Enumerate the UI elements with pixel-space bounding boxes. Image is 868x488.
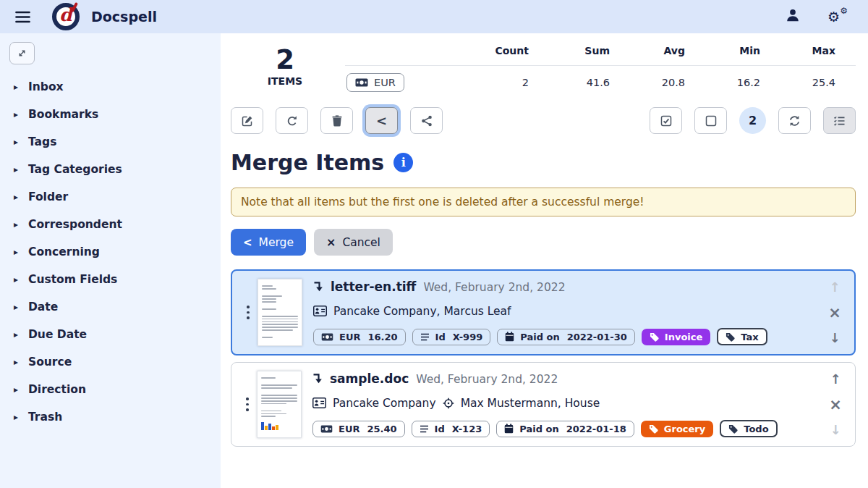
currency-badge: EUR — [346, 73, 404, 92]
sidebar-item-date[interactable]: ▸Date — [0, 293, 221, 321]
item-correspondent: Pancake Company, Marcus Leaf — [333, 305, 511, 318]
items-count-label: ITEMS — [231, 75, 339, 87]
item-date: Wed, February 2nd, 2022 — [416, 373, 558, 386]
page-title-row: Merge Items i — [231, 150, 856, 175]
reprocess-button[interactable] — [276, 107, 308, 134]
move-down-icon[interactable]: ↓ — [829, 332, 840, 345]
docspell-logo-icon: d — [52, 3, 80, 30]
close-icon: × — [326, 235, 336, 249]
list-item: letter-en.tiff Wed, February 2nd, 2022 P… — [231, 269, 856, 356]
redo-icon — [286, 115, 298, 127]
sync-icon — [788, 115, 801, 127]
calendar-icon — [505, 332, 514, 342]
caret-right-icon: ▸ — [14, 274, 28, 285]
amount-badge: EUR25.40 — [312, 421, 405, 437]
money-bill-icon — [321, 333, 333, 341]
share-button[interactable] — [410, 107, 443, 134]
stat-avg: 20.8 — [630, 66, 705, 93]
caret-right-icon: ▸ — [14, 357, 28, 367]
sidebar-item-tags[interactable]: ▸Tags — [0, 128, 221, 156]
merge-icon: < — [376, 114, 387, 127]
arrow-turn-down-icon — [312, 373, 323, 384]
settings-gears-icon[interactable]: ⚙⚙ — [827, 9, 846, 25]
caret-right-icon: ▸ — [14, 329, 28, 340]
tag-icon — [650, 332, 659, 342]
remove-item-icon[interactable]: × — [829, 397, 842, 413]
crosshairs-icon — [443, 397, 454, 409]
list-lines-icon — [420, 425, 429, 433]
drag-handle-icon[interactable] — [242, 279, 255, 346]
column-min: Min — [705, 43, 780, 66]
sidebar-item-bookmarks[interactable]: ▸Bookmarks — [0, 101, 221, 128]
drag-handle-icon[interactable] — [241, 371, 254, 438]
stat-min: 16.2 — [705, 66, 780, 93]
merge-button[interactable]: < Merge — [231, 229, 306, 256]
caret-right-icon: ▸ — [14, 137, 28, 147]
items-count-value: 2 — [231, 46, 339, 75]
sidebar-item-source[interactable]: ▸Source — [0, 348, 221, 376]
page-title: Merge Items — [231, 150, 384, 175]
pen-square-icon — [242, 115, 253, 127]
merge-mode-button[interactable]: < — [365, 107, 398, 134]
sidebar-item-custom-fields[interactable]: ▸Custom Fields — [0, 266, 221, 293]
caret-right-icon: ▸ — [14, 302, 28, 312]
id-badge: IdX-999 — [412, 329, 491, 345]
sidebar-item-due-date[interactable]: ▸Due Date — [0, 321, 221, 348]
arrow-turn-down-icon — [313, 281, 323, 293]
stat-max: 25.4 — [780, 66, 856, 93]
tag-badge-tax: Tax — [717, 328, 767, 345]
stats-table: Count Sum Avg Min Max EUR — [345, 43, 856, 92]
sidebar-item-correspondent[interactable]: ▸Correspondent — [0, 211, 221, 238]
user-icon[interactable] — [786, 8, 800, 25]
sidebar: ▸Inbox ▸Bookmarks ▸Tags ▸Tag Categories … — [0, 33, 221, 488]
remove-item-icon[interactable]: × — [828, 306, 841, 321]
column-max: Max — [780, 43, 856, 66]
main-content: 2 ITEMS Count Sum Avg Min Max — [221, 33, 868, 488]
calendar-icon — [504, 424, 514, 434]
list-view-button[interactable] — [823, 107, 856, 134]
amount-badge: EUR16.20 — [313, 329, 406, 345]
delete-button[interactable] — [320, 107, 353, 134]
tag-badge-invoice: Invoice — [642, 329, 710, 345]
checkbox-empty-icon — [705, 115, 717, 127]
invert-selection-button[interactable] — [778, 107, 811, 134]
item-concerning: Max Mustermann, House — [461, 397, 600, 410]
paid-date-badge: Paid on2022-01-18 — [496, 421, 634, 437]
sidebar-item-inbox[interactable]: ▸Inbox — [0, 73, 221, 101]
column-sum: Sum — [549, 43, 630, 66]
sidebar-item-trash[interactable]: ▸Trash — [0, 403, 221, 431]
select-all-button[interactable] — [650, 107, 682, 134]
item-filename[interactable]: sample.doc — [330, 371, 409, 386]
move-up-icon[interactable]: ↑ — [830, 373, 841, 386]
thumbnail-chart — [261, 421, 297, 430]
sidebar-item-tag-categories[interactable]: ▸Tag Categories — [0, 156, 221, 183]
edit-button[interactable] — [231, 107, 263, 134]
merge-icon: < — [243, 236, 252, 249]
stat-sum: 41.6 — [549, 66, 630, 93]
sidebar-item-folder[interactable]: ▸Folder — [0, 183, 221, 211]
item-filename[interactable]: letter-en.tiff — [331, 279, 416, 294]
item-date: Wed, February 2nd, 2022 — [423, 281, 565, 294]
deselect-all-button[interactable] — [694, 107, 727, 134]
app-title: Docspell — [91, 9, 157, 25]
caret-right-icon: ▸ — [14, 82, 28, 92]
move-up-icon: ↑ — [829, 281, 840, 294]
share-nodes-icon — [421, 115, 433, 127]
caret-right-icon: ▸ — [14, 219, 28, 230]
sidebar-item-direction[interactable]: ▸Direction — [0, 376, 221, 403]
cancel-button[interactable]: × Cancel — [314, 229, 393, 256]
checkbox-checked-icon — [660, 115, 672, 127]
sidebar-item-concerning[interactable]: ▸Concerning — [0, 238, 221, 266]
info-icon[interactable]: i — [393, 153, 413, 172]
merge-warning-note: Note that all items but the first one is… — [231, 188, 856, 216]
tag-icon — [726, 332, 735, 342]
money-bill-icon — [355, 78, 368, 87]
menu-icon[interactable] — [13, 7, 32, 26]
sidebar-expand-button[interactable] — [9, 42, 35, 64]
merge-item-list: letter-en.tiff Wed, February 2nd, 2022 P… — [231, 269, 856, 447]
item-correspondent: Pancake Company — [333, 397, 436, 410]
tag-badge-todo: Todo — [720, 420, 777, 437]
caret-right-icon: ▸ — [14, 384, 28, 395]
caret-right-icon: ▸ — [14, 109, 28, 119]
stats-panel: 2 ITEMS Count Sum Avg Min Max — [231, 43, 856, 92]
